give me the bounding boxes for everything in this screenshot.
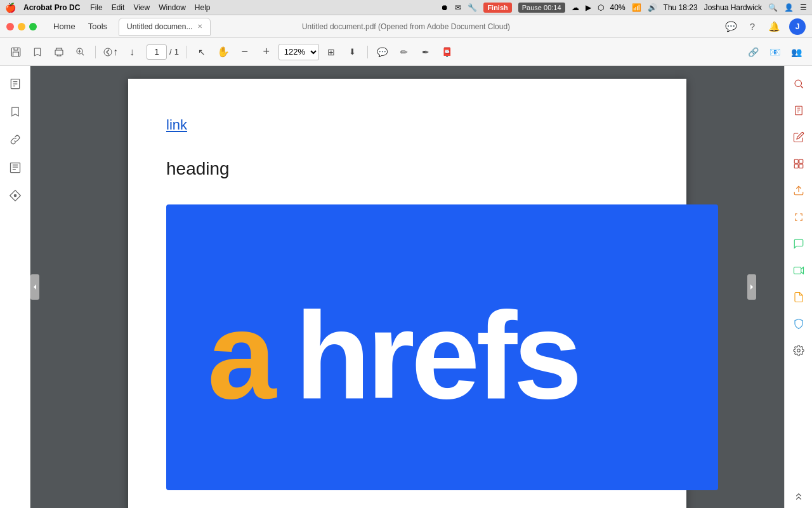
pdf-heading-text: heading [166,159,648,179]
ahrefs-logo-image: a hrefs [166,204,718,490]
share-people-icon[interactable]: 👥 [787,43,806,62]
finish-badge[interactable]: Finish [483,3,511,13]
marquee-zoom-icon[interactable]: ⊞ [322,43,341,62]
svg-rect-14 [799,164,802,168]
menu-edit[interactable]: Edit [112,3,125,12]
zoom-select[interactable]: 50% 75% 100% 122% 150% 200% [278,44,319,60]
left-panel-collapse[interactable] [30,274,39,300]
svg-rect-12 [799,159,802,163]
rs-video-icon[interactable] [787,259,810,282]
titlebar-right-actions: 💬 ? 🔔 J [724,18,806,35]
rs-file2-icon[interactable] [787,286,810,309]
save-button[interactable] [6,43,25,62]
svg-text:hrefs: hrefs [295,286,579,417]
share-link-icon[interactable]: 🔗 [743,43,763,62]
left-sidebar [0,66,30,508]
print-icon[interactable] [49,43,69,62]
wifi-icon: 📶 [632,3,641,12]
rs-page-icon[interactable] [787,99,810,122]
cursor-tool[interactable]: ↖ [192,43,211,62]
pdf-area: link heading a hrefs [30,66,784,508]
rs-shield2-icon[interactable] [787,312,810,335]
sidebar-content-icon[interactable] [4,156,27,179]
rs-compress-icon[interactable] [787,206,810,229]
comment-toolbar-icon[interactable]: 💬 [373,43,392,62]
profile-icon[interactable]: 👤 [784,3,794,12]
cloud-icon: ☁ [572,3,579,12]
svg-point-9 [795,80,802,87]
svg-rect-16 [794,267,801,274]
ext2-icon: ▶ [586,3,591,12]
sidebar-tags-icon[interactable] [4,184,27,207]
draw-icon[interactable]: ✒ [416,43,435,62]
sidebar-bookmarks-icon[interactable] [4,100,27,123]
minimize-button[interactable] [18,23,25,30]
page-number-input[interactable] [147,44,167,60]
stamp-icon[interactable]: 📮 [438,43,457,62]
bookmark-toolbar-icon[interactable] [28,43,47,62]
sidebar-pages-icon[interactable] [4,72,27,95]
right-sidebar [784,66,812,508]
user-avatar[interactable]: J [789,18,806,35]
zoom-in-button[interactable]: + [257,43,276,62]
svg-point-17 [797,349,800,352]
rs-export-icon[interactable] [787,179,810,202]
home-nav[interactable]: Home [47,19,82,34]
highlight-icon[interactable]: ✏ [395,43,414,62]
menu-window[interactable]: Window [159,3,186,12]
mail-icon: ✉ [455,3,461,12]
svg-rect-1 [55,50,63,55]
separator-2 [187,46,187,58]
hand-tool[interactable]: ✋ [214,43,233,62]
help-icon[interactable]: ? [746,20,759,33]
ext-icon: 🔧 [468,3,477,12]
notification-icon[interactable]: 🔔 [768,20,780,33]
share-email-icon[interactable]: 📧 [765,43,784,62]
pdf-scroll-area[interactable]: link heading a hrefs [30,66,784,508]
svg-rect-5 [10,163,20,173]
fullscreen-button[interactable] [29,23,37,30]
page-input-group: / 1 [147,44,179,60]
apple-menu[interactable]: 🍎 [5,3,16,13]
menu-view[interactable]: View [133,3,150,12]
rs-zoom-fit-icon[interactable] [787,72,810,95]
separator-1 [95,46,96,58]
tools-nav[interactable]: Tools [82,19,114,34]
pdf-page: link heading a hrefs [128,79,686,508]
toolbar: ↑ ↓ / 1 ↖ ✋ − + 50% 75% 100% 122% 150% 2… [0,38,812,66]
search-pdf-icon[interactable] [71,43,90,62]
app-name[interactable]: Acrobat Pro DC [23,3,80,12]
scrolling-mode-icon[interactable]: ⬇ [343,43,362,62]
menu-help[interactable]: Help [195,3,211,12]
rs-settings-icon[interactable] [787,339,810,362]
document-tab[interactable]: Untitled documen... ✕ [119,18,211,36]
recording-icon: ⏺ [441,3,449,12]
list-icon[interactable]: ☰ [800,3,807,12]
rs-edit-icon[interactable] [787,126,810,149]
prev-page-button[interactable]: ↑ [101,43,120,62]
search-icon[interactable]: 🔍 [768,3,778,12]
svg-text:a: a [207,286,277,417]
tab-close-button[interactable]: ✕ [197,23,202,30]
rs-layout-icon[interactable] [787,152,810,175]
tab-label: Untitled documen... [127,22,192,31]
user-name: Joshua Hardwick [704,3,762,12]
chat-icon[interactable]: 💬 [724,20,737,33]
main-layout: link heading a hrefs [0,66,812,508]
menu-file[interactable]: File [90,3,102,12]
next-page-button[interactable]: ↓ [122,43,141,62]
pdf-link-text[interactable]: link [166,117,648,133]
rs-bottom-icon[interactable] [787,485,810,508]
separator-3 [367,46,368,58]
zoom-out-button[interactable]: − [235,43,254,62]
menu-bar: 🍎 Acrobat Pro DC File Edit View Window H… [0,0,812,15]
close-button[interactable] [6,23,14,30]
svg-rect-11 [794,159,798,163]
svg-point-3 [104,48,112,56]
ahrefs-svg: a hrefs [201,277,683,417]
rs-comment2-icon[interactable] [787,232,810,255]
ahrefs-logo: a hrefs [201,277,683,417]
right-panel-collapse[interactable] [747,274,756,300]
pause-badge[interactable]: Pause 00:14 [518,3,565,13]
sidebar-links-icon[interactable] [4,128,27,151]
